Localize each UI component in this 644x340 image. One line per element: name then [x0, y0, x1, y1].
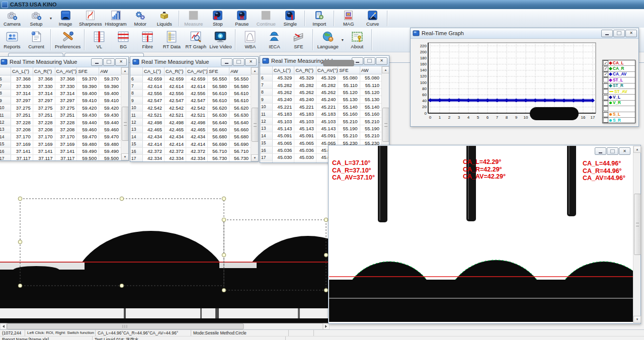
legend-checkbox[interactable]	[603, 83, 608, 89]
table-row[interactable]: 1242.49842.49842.49856.64056.640	[130, 119, 251, 126]
table-row[interactable]: 842.55642.55642.55656.61056.610	[130, 90, 251, 97]
legend-item-st-l[interactable]: ST_L	[603, 77, 635, 83]
legend-checkbox[interactable]	[603, 89, 608, 94]
roi-handle[interactable]	[18, 197, 22, 201]
legend-checkbox[interactable]: ✓	[603, 66, 608, 71]
measuring-window-1[interactable]: Real Time Measuring Value ✕ CA_L(°)CA_R(…	[0, 56, 129, 161]
roi-handle[interactable]	[120, 197, 124, 201]
scroll-up-button[interactable]: ▲	[251, 67, 258, 74]
vertical-scrollbar[interactable]: ▲▼	[251, 67, 258, 161]
toolbar-button-fibre[interactable]: Fibre	[135, 28, 159, 52]
horizontal-scrollbar[interactable]	[0, 323, 330, 329]
table-row[interactable]: 642.65942.65942.65956.55056.550	[130, 75, 251, 82]
roi-handle[interactable]	[18, 240, 22, 244]
legend-item-ca-r[interactable]: ✓CA_R	[603, 66, 635, 71]
fitting-image-window[interactable]: ✕ ▲▼ CA_L=37.10° CA_R=37.10° CA_AV=37.10…	[328, 145, 641, 324]
toolbar-button-pause[interactable]: Pause	[230, 9, 254, 28]
legend-item-ca-l[interactable]: ✓CA_L	[603, 60, 635, 66]
table-row[interactable]: 742.61442.61442.61456.58056.580	[130, 82, 251, 90]
column-header[interactable]: SFE	[77, 67, 99, 75]
column-header[interactable]	[130, 67, 143, 75]
table-row[interactable]: 1337.20837.20837.20859.46059.460	[0, 126, 121, 133]
roi-handle[interactable]	[120, 284, 124, 288]
table-row[interactable]: 1542.41442.41442.41456.69056.690	[130, 141, 251, 148]
measuring-window-2[interactable]: Real Time Measuring Value ✕ CA_L(°)CA_R(…	[130, 56, 259, 162]
child-window-titlebar[interactable]: Real Time Measuring Value ✕	[130, 57, 258, 67]
child-window-titlebar[interactable]: Real Time Measuring Value ✕	[0, 57, 128, 67]
table-row[interactable]: 837.31437.31437.31459.40059.400	[0, 90, 121, 97]
column-header[interactable]: CA_AV(°)	[55, 67, 77, 75]
scrollbar-thumb[interactable]	[122, 107, 129, 141]
table-row[interactable]: 1142.52142.52142.52156.63056.630	[130, 112, 251, 119]
vertical-scrollbar[interactable]: ▲▼	[633, 146, 640, 323]
table-row[interactable]: 1742.33442.33442.33456.73056.730	[130, 155, 251, 161]
toolbar-button-rt-graph[interactable]: RT Graph	[184, 28, 208, 52]
toolbar-button-current[interactable]: Current	[24, 28, 48, 52]
table-row[interactable]: 937.29737.29737.29759.41059.410	[0, 97, 121, 104]
column-header[interactable]: SFE	[208, 67, 229, 75]
legend-item-s-l[interactable]: S_L	[603, 112, 635, 118]
toolbar-button-vl[interactable]: VL	[87, 28, 111, 52]
table-row[interactable]: 1737.11737.11737.11759.50059.500	[0, 155, 121, 160]
column-header[interactable]: CA_R(°)	[33, 67, 55, 75]
minimize-button[interactable]	[595, 147, 606, 155]
legend-checkbox[interactable]	[603, 106, 608, 111]
column-header[interactable]: CA_AV(°)	[186, 67, 208, 75]
close-button[interactable]: ✕	[376, 57, 387, 65]
legend-item-v-r[interactable]: V_R	[603, 101, 635, 106]
child-window-titlebar[interactable]: Real-Time Graph ✕	[411, 28, 638, 39]
toolbar-button-setup[interactable]: Setup	[24, 9, 48, 28]
toolbar-button-preferences[interactable]: Preferences	[53, 28, 82, 52]
table-row[interactable]: 1537.16937.16937.16959.48059.480	[0, 141, 121, 148]
table-row[interactable]: 945.24045.24045.24055.13055.130	[260, 96, 382, 103]
legend-checkbox[interactable]	[603, 101, 608, 106]
scroll-up-button[interactable]: ▲	[633, 146, 641, 153]
minimize-button[interactable]	[601, 30, 613, 37]
table-row[interactable]: 1042.54242.54242.54256.62056.620	[130, 105, 251, 112]
toolbar-button-sharpness[interactable]: Sharpness	[77, 9, 103, 28]
scrollbar-thumb[interactable]	[252, 108, 259, 142]
close-button[interactable]: ✕	[625, 30, 637, 37]
column-header[interactable]: CA_L(°)	[11, 67, 33, 75]
toolbar-button-liquids[interactable]: Liquids	[152, 9, 177, 28]
toolbar-button-live-video[interactable]: Live Video	[208, 28, 233, 52]
column-header[interactable]: CA_L(°)	[143, 67, 165, 75]
legend-item-v-l[interactable]: V_L	[603, 95, 635, 100]
legend-item-ca-av[interactable]: ✓CA_AV	[603, 72, 635, 77]
minimize-button[interactable]	[91, 58, 103, 66]
column-header[interactable]	[260, 66, 273, 74]
maximize-button[interactable]	[103, 58, 115, 66]
table-row[interactable]: 737.33037.33037.33059.39059.390	[0, 82, 121, 90]
title-bar[interactable]: CAST3 USA KINO	[0, 0, 644, 10]
roi-handle[interactable]	[324, 288, 328, 292]
table-row[interactable]: 1642.37242.37242.37256.71056.710	[130, 148, 251, 155]
scroll-down-button[interactable]: ▼	[633, 316, 641, 323]
legend-checkbox[interactable]	[603, 77, 608, 82]
scrollbar-thumb[interactable]	[382, 108, 389, 142]
close-button[interactable]: ✕	[619, 147, 630, 155]
table-row[interactable]: 637.36837.36837.36859.37059.370	[0, 75, 121, 82]
toolbar-button-reports[interactable]: Reports	[0, 28, 24, 52]
legend-item-st-r[interactable]: ST_R	[603, 83, 635, 89]
roi-handle[interactable]	[324, 218, 328, 222]
column-header[interactable]	[0, 67, 11, 75]
toolbar-button-about[interactable]: About	[345, 28, 369, 52]
legend-item-st-av[interactable]: ST_AV	[603, 89, 635, 95]
legend-checkbox[interactable]: ✓	[603, 72, 608, 77]
legend-item-s-r[interactable]: S_R	[603, 118, 635, 123]
toolbar-button-rt-data[interactable]: RT Data	[159, 28, 184, 52]
maximize-button[interactable]	[613, 30, 625, 37]
dropdown-arrow-setup[interactable]: ▾	[48, 9, 53, 28]
roi-handle[interactable]	[18, 284, 22, 288]
table-row[interactable]: 1137.25137.25137.25159.43059.430	[0, 112, 121, 119]
roi-handle[interactable]	[222, 197, 226, 201]
legend-item-blank[interactable]	[603, 106, 635, 112]
column-header[interactable]: CA_AV(°)	[316, 66, 338, 74]
table-row[interactable]: 1145.18345.18345.18355.16055.160	[260, 111, 382, 118]
legend-checkbox[interactable]	[603, 95, 608, 100]
table-row[interactable]: 1437.17037.17037.17059.47059.470	[0, 133, 121, 140]
table-row[interactable]: 1045.22145.22145.22155.14055.140	[260, 104, 382, 111]
toolbar-button-image[interactable]: Image	[53, 9, 77, 28]
table-row[interactable]: 645.32945.32945.32955.08055.080	[260, 74, 382, 81]
roi-handle[interactable]	[222, 288, 226, 292]
